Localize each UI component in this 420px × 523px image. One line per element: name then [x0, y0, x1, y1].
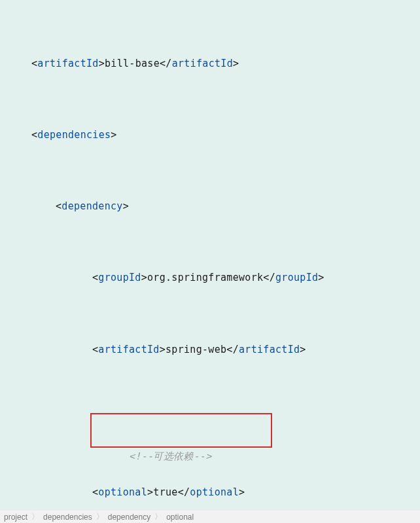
code-line: <groupId>org.springframework</groupId>	[7, 269, 420, 287]
chevron-right-icon: 〉	[154, 511, 162, 522]
breadcrumb-item[interactable]: project	[4, 513, 27, 522]
chevron-right-icon: 〉	[96, 511, 104, 522]
code-line: <artifactId>spring-web</artifactId>	[7, 341, 420, 359]
code-line: <dependency>	[7, 198, 420, 215]
breadcrumb-item[interactable]: dependency	[108, 513, 150, 522]
code-line: <dependencies>	[7, 126, 420, 144]
breadcrumb-item[interactable]: dependencies	[43, 513, 92, 522]
chevron-right-icon: 〉	[31, 511, 39, 522]
code-line: <optional>true</optional>	[7, 484, 420, 501]
code-line: <artifactId>bill-base</artifactId>	[7, 55, 420, 73]
code-line: <!--可选依赖-->	[7, 412, 420, 430]
xml-comment: <!--可选依赖-->	[129, 450, 212, 462]
code-content: <artifactId>bill-base</artifactId> <depe…	[7, 1, 420, 523]
breadcrumb-item[interactable]: optional	[166, 513, 194, 522]
code-editor[interactable]: <artifactId>bill-base</artifactId> <depe…	[0, 0, 420, 511]
breadcrumb[interactable]: project 〉 dependencies 〉 dependency 〉 op…	[0, 511, 420, 523]
highlight-box	[90, 413, 272, 448]
gutter	[0, 0, 7, 511]
